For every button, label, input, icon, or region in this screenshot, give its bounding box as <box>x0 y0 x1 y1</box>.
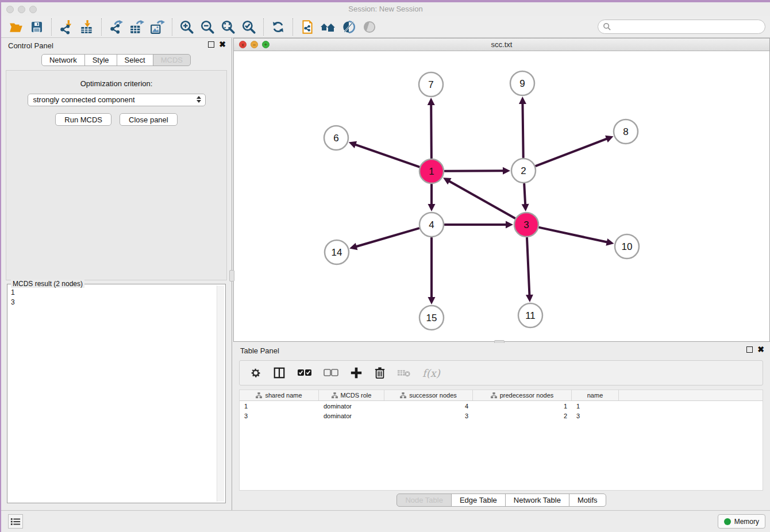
table-panel-header: Table Panel ✖ <box>233 343 770 359</box>
table-cell[interactable]: 3 <box>384 413 473 419</box>
graph-edge-2-9[interactable] <box>522 103 523 157</box>
tab-select[interactable]: Select <box>117 54 153 66</box>
table-row[interactable]: 3dominator323 <box>240 411 763 421</box>
float-table-panel-icon[interactable] <box>746 346 753 353</box>
mcds-result-text[interactable]: 13 <box>9 286 216 502</box>
import-table-button[interactable] <box>76 18 97 36</box>
zoom-selected-button[interactable] <box>238 18 259 36</box>
add-column-button[interactable] <box>350 367 363 379</box>
graph-node-label: 10 <box>622 241 633 252</box>
table-cell[interactable]: 4 <box>384 403 473 410</box>
graph-node-7[interactable]: 7 <box>419 72 443 97</box>
column-header-successor-nodes[interactable]: successor nodes <box>384 390 473 400</box>
graph-node-3[interactable]: 3 <box>514 213 538 237</box>
network-zoom-button[interactable]: + <box>262 41 270 48</box>
graph-edge-1-6[interactable] <box>355 145 419 167</box>
show-hide-button[interactable] <box>359 18 380 36</box>
mcds-panel: Optimization criterion: strongly connect… <box>6 70 227 280</box>
export-image-button[interactable] <box>147 18 168 36</box>
graph-edge-2-8[interactable] <box>536 138 607 165</box>
import-network-button[interactable] <box>56 18 76 36</box>
tab-mcds[interactable]: MCDS <box>153 54 191 66</box>
export-table-button[interactable] <box>126 18 147 36</box>
apply-style-button[interactable] <box>268 18 288 36</box>
table-cell[interactable]: 1 <box>473 403 572 410</box>
graph-node-1[interactable]: 1 <box>419 159 444 183</box>
graph-node-10[interactable]: 10 <box>615 234 639 259</box>
table-cell[interactable]: 3 <box>240 413 319 419</box>
column-header-shared-name[interactable]: shared name <box>240 390 319 400</box>
graph-node-2[interactable]: 2 <box>511 159 536 183</box>
close-panel-button[interactable]: Close panel <box>120 113 178 126</box>
zoom-in-button[interactable] <box>176 18 197 36</box>
tab-style[interactable]: Style <box>84 54 117 66</box>
select-all-button[interactable] <box>297 368 312 377</box>
network-canvas[interactable]: 7968124314101511 <box>234 51 769 341</box>
save-session-button[interactable] <box>26 18 47 36</box>
graph-edge-arrowhead <box>522 204 529 211</box>
graph-edge-4-14[interactable] <box>356 228 419 246</box>
result-scrollbar[interactable] <box>217 286 224 502</box>
column-selector-button[interactable] <box>273 367 286 379</box>
column-header-name[interactable]: name <box>572 390 619 400</box>
graph-edge-3-11[interactable] <box>527 238 529 295</box>
open-session-button[interactable] <box>6 18 26 36</box>
criterion-dropdown[interactable]: strongly connected component <box>28 94 206 106</box>
toolbar-separator <box>101 18 102 36</box>
graph-edge-2-3[interactable] <box>524 184 525 205</box>
zoom-fit-button[interactable] <box>218 18 238 36</box>
window-zoom-button[interactable] <box>29 6 37 13</box>
tab-node-table[interactable]: Node Table <box>396 494 452 507</box>
graph-edge-1-7[interactable] <box>431 105 432 158</box>
vertical-split-grip[interactable] <box>229 270 234 282</box>
graph-node-8[interactable]: 8 <box>614 119 638 144</box>
table-cell[interactable]: 2 <box>473 413 572 419</box>
graph-node-9[interactable]: 9 <box>510 71 534 95</box>
float-panel-icon[interactable] <box>208 41 214 48</box>
window-minimize-button[interactable] <box>18 6 25 13</box>
memory-button[interactable]: Memory <box>718 514 765 529</box>
graph-node-6[interactable]: 6 <box>324 126 348 150</box>
export-network-button[interactable] <box>106 18 126 36</box>
graph-edge-3-10[interactable] <box>539 228 607 242</box>
graph-edge-3-1[interactable] <box>449 181 514 218</box>
tab-edge-table[interactable]: Edge Table <box>451 494 506 507</box>
close-table-panel-icon[interactable]: ✖ <box>757 346 764 353</box>
zoom-out-button[interactable] <box>197 18 218 36</box>
run-mcds-button[interactable]: Run MCDS <box>55 113 111 126</box>
close-panel-icon[interactable]: ✖ <box>219 41 226 48</box>
visual-mapping-button[interactable] <box>338 18 359 36</box>
graph-node-4[interactable]: 4 <box>419 213 444 237</box>
graph-node-15[interactable]: 15 <box>419 306 444 330</box>
delete-column-button[interactable] <box>374 367 386 379</box>
memory-status-icon <box>724 518 731 525</box>
column-header-label: name <box>587 392 603 399</box>
column-header-mcds-role[interactable]: MCDS role <box>319 390 384 400</box>
table-cell[interactable]: 1 <box>572 403 619 410</box>
deselect-all-button[interactable] <box>324 368 338 377</box>
window-close-button[interactable] <box>6 6 14 13</box>
graph-edge-1-2[interactable] <box>445 171 503 171</box>
table-type-tabs: Node TableEdge TableNetwork TableMotifs <box>233 494 770 507</box>
tab-network-table[interactable]: Network Table <box>505 494 569 507</box>
legacy-gui-button[interactable] <box>318 18 338 36</box>
tab-network[interactable]: Network <box>41 54 85 66</box>
column-header-label: predecessor nodes <box>500 392 554 399</box>
table-cell[interactable]: 3 <box>572 413 619 419</box>
search-box[interactable] <box>598 20 765 34</box>
graph-node-14[interactable]: 14 <box>325 240 349 264</box>
task-history-button[interactable] <box>8 514 23 529</box>
table-row[interactable]: 1dominator411 <box>240 401 763 411</box>
table-cell[interactable]: 1 <box>240 403 319 410</box>
network-close-button[interactable]: x <box>239 41 247 48</box>
main-titlebar: Session: New Session <box>1 2 770 16</box>
column-header-predecessor-nodes[interactable]: predecessor nodes <box>473 390 572 400</box>
table-cell[interactable]: dominator <box>319 403 384 410</box>
graph-node-11[interactable]: 11 <box>518 303 542 327</box>
clone-network-button[interactable] <box>297 18 318 36</box>
tab-motifs[interactable]: Motifs <box>569 494 606 507</box>
table-cell[interactable]: dominator <box>319 413 384 419</box>
search-input[interactable] <box>611 23 760 31</box>
network-minimize-button[interactable]: − <box>251 41 258 48</box>
table-settings-button[interactable] <box>250 367 261 379</box>
